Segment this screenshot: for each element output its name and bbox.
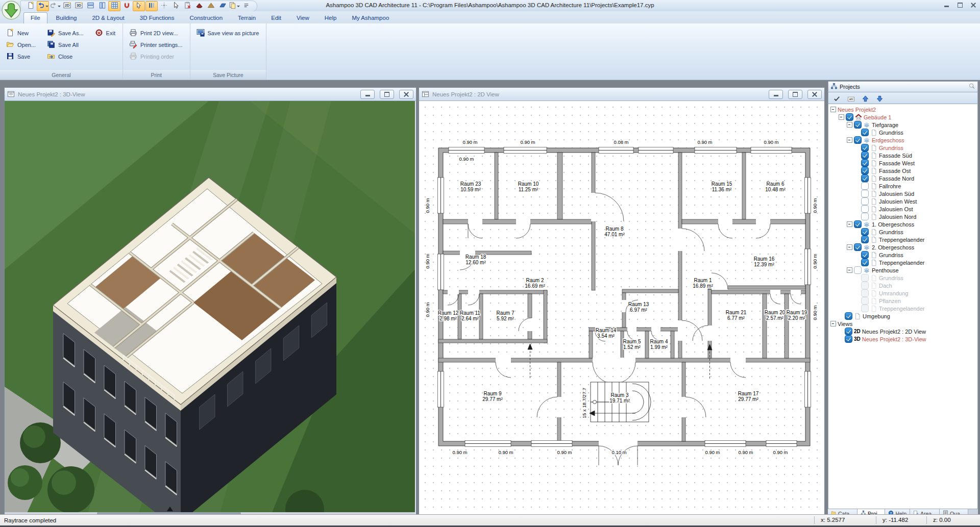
confirm-button[interactable]: [830, 94, 843, 104]
tree-item[interactable]: Penthouse: [828, 266, 977, 274]
tree-checkbox[interactable]: [861, 182, 869, 190]
save-as--button[interactable]: Save As...: [45, 28, 86, 38]
tab-help[interactable]: Help: [318, 13, 344, 23]
tree-checkbox[interactable]: [861, 174, 869, 182]
rename-button[interactable]: abl: [845, 94, 857, 104]
expander-icon[interactable]: [847, 267, 852, 273]
tree-checkbox[interactable]: [861, 167, 869, 174]
projects-panel-header[interactable]: Projects: [828, 81, 978, 92]
new-document-button[interactable]: [25, 2, 36, 11]
tab-terrain[interactable]: Terrain: [231, 13, 262, 23]
tree-item[interactable]: Jalousien Süd: [828, 190, 977, 197]
tree-item[interactable]: Grundriss: [828, 228, 977, 236]
tree-item[interactable]: Erdgeschoss: [828, 136, 977, 144]
expander-icon[interactable]: [830, 107, 836, 112]
tab-view[interactable]: View: [290, 13, 316, 23]
tab-2d-layout[interactable]: 2D & Layout: [85, 13, 131, 23]
tree-checkbox[interactable]: [861, 236, 869, 243]
3d-window-titlebar[interactable]: Neues Projekt2 : 3D-View: [5, 88, 416, 101]
2d-close-button[interactable]: [807, 90, 822, 99]
print-2d-view--button[interactable]: Print 2D view...: [127, 28, 185, 38]
tree-item[interactable]: Grundriss: [828, 144, 977, 152]
tree-checkbox[interactable]: [861, 152, 869, 159]
2d-restore-button[interactable]: [788, 90, 802, 99]
2d-minimize-button[interactable]: [769, 90, 783, 99]
open--button[interactable]: Open...: [4, 39, 38, 50]
tree-item[interactable]: Views: [828, 320, 977, 328]
undo-button[interactable]: [37, 1, 49, 11]
tree-checkbox[interactable]: [861, 213, 869, 220]
tree-checkbox[interactable]: [854, 220, 862, 228]
tree-checkbox[interactable]: [845, 335, 852, 343]
tree-item[interactable]: Pflanzen: [828, 297, 977, 305]
close-button[interactable]: Close: [45, 51, 86, 62]
tree-item[interactable]: Fassade Ost: [828, 167, 977, 174]
tree-checkbox[interactable]: [854, 121, 862, 129]
tree-item[interactable]: Jalousien Nord: [828, 213, 977, 220]
3d-viewport[interactable]: [5, 101, 416, 517]
expander-icon[interactable]: [847, 137, 852, 143]
tree-checkbox[interactable]: [845, 328, 852, 335]
save-button[interactable]: Save: [4, 51, 38, 62]
minimize-button[interactable]: [943, 2, 950, 8]
tree-checkbox[interactable]: [861, 205, 869, 213]
2d-window-titlebar[interactable]: Neues Projekt2 : 2D View: [419, 88, 824, 101]
tree-item[interactable]: Fassade Süd: [828, 152, 977, 159]
tree-checkbox[interactable]: [861, 282, 869, 289]
tree-checkbox[interactable]: [861, 129, 869, 136]
tree-item[interactable]: 2. Obergeschoss: [828, 243, 977, 251]
tab-edit[interactable]: Edit: [264, 13, 288, 23]
smart-select-button[interactable]: [133, 1, 145, 11]
2d-viewport[interactable]: 15 x 18.7/27.7 Raum 2310.59 m²Raum 1011.…: [419, 101, 824, 517]
tab-construction[interactable]: Construction: [183, 13, 230, 23]
tree-item[interactable]: 3DNeues Projekt2 : 3D-View: [828, 335, 977, 343]
tree-item[interactable]: Dach: [828, 282, 977, 289]
tree-item[interactable]: Fallrohre: [828, 182, 977, 190]
tree-item[interactable]: Tiefgarage: [828, 121, 977, 129]
expander-icon[interactable]: [847, 122, 852, 128]
tree-item[interactable]: Gebäude 1: [828, 113, 977, 121]
save-all-button[interactable]: Save All: [45, 39, 86, 50]
tree-item[interactable]: 2DNeues Projekt2 : 2D View: [828, 328, 977, 335]
pin-icon[interactable]: [968, 83, 975, 91]
new-button[interactable]: New: [4, 28, 38, 38]
expander-icon[interactable]: [839, 114, 844, 120]
tree-item[interactable]: Grundriss: [828, 251, 977, 259]
3d-restore-button[interactable]: [380, 90, 394, 99]
save-view-as-picture-button[interactable]: Save view as picture: [194, 28, 261, 38]
tree-checkbox[interactable]: [861, 144, 869, 152]
tab-3d-functions[interactable]: 3D Functions: [133, 13, 181, 23]
tree-item[interactable]: Treppengelaender: [828, 305, 977, 312]
move-up-button[interactable]: [859, 94, 872, 104]
tree-item[interactable]: Fassade West: [828, 159, 977, 167]
tree-item[interactable]: Umgebung: [828, 312, 977, 320]
split-vertical-button[interactable]: [96, 2, 108, 11]
tree-item[interactable]: Grundriss: [828, 129, 977, 136]
tab-my-ashampoo[interactable]: My Ashampoo: [345, 13, 396, 23]
3d-view-button[interactable]: 3D: [73, 2, 84, 11]
maximize-button[interactable]: [957, 2, 964, 8]
tree-checkbox[interactable]: [861, 289, 869, 297]
tree-checkbox[interactable]: [854, 266, 862, 274]
move-down-button[interactable]: [873, 94, 886, 104]
snap-magnet-button[interactable]: [121, 2, 132, 11]
tree-item[interactable]: 1. Obergeschoss: [828, 220, 977, 228]
tree-item[interactable]: Jalousien Ost: [828, 205, 977, 213]
close-button[interactable]: [970, 2, 977, 8]
3d-close-button[interactable]: [399, 90, 413, 99]
expander-icon[interactable]: [830, 321, 836, 327]
grid-button[interactable]: [108, 1, 120, 11]
tree-checkbox[interactable]: [861, 259, 869, 266]
tree-checkbox[interactable]: [861, 305, 869, 312]
tree-item[interactable]: Grundriss: [828, 274, 977, 282]
tree-checkbox[interactable]: [861, 251, 869, 259]
tree-checkbox[interactable]: [861, 159, 869, 167]
tree-checkbox[interactable]: [854, 243, 862, 251]
tab-building[interactable]: Building: [50, 13, 84, 23]
redo-button[interactable]: [50, 2, 61, 11]
tree-item[interactable]: Neues Projekt2: [828, 106, 977, 113]
tree-checkbox[interactable]: [861, 197, 869, 205]
printer-settings--button[interactable]: Printer settings...: [127, 39, 185, 50]
app-logo-button[interactable]: [2, 1, 21, 20]
tree-checkbox[interactable]: [861, 274, 869, 282]
